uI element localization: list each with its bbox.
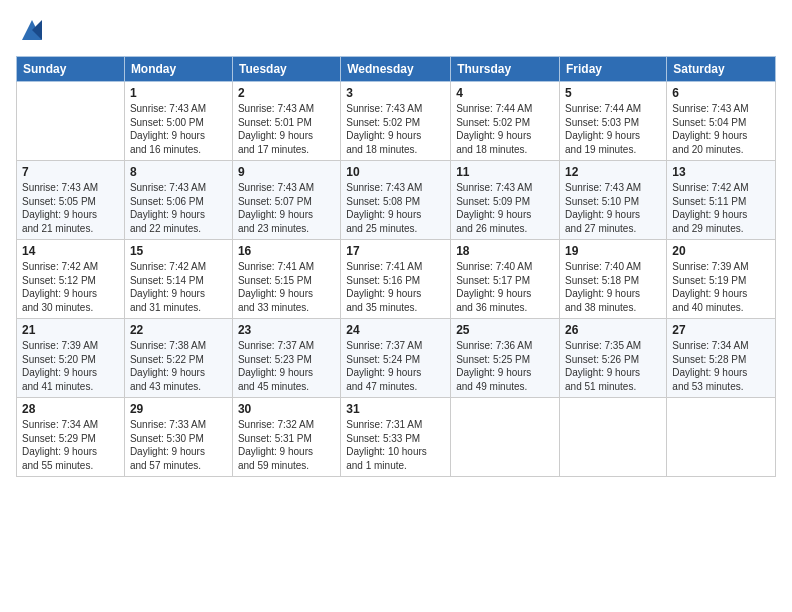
calendar-day-cell: 19Sunrise: 7:40 AM Sunset: 5:18 PM Dayli… [560,240,667,319]
calendar-day-cell [451,398,560,477]
calendar-day-cell: 1Sunrise: 7:43 AM Sunset: 5:00 PM Daylig… [124,82,232,161]
logo [16,16,46,44]
calendar-day-cell: 16Sunrise: 7:41 AM Sunset: 5:15 PM Dayli… [232,240,340,319]
day-number: 13 [672,165,770,179]
day-number: 14 [22,244,119,258]
calendar-day-cell: 18Sunrise: 7:40 AM Sunset: 5:17 PM Dayli… [451,240,560,319]
day-number: 20 [672,244,770,258]
calendar-day-cell: 22Sunrise: 7:38 AM Sunset: 5:22 PM Dayli… [124,319,232,398]
day-number: 6 [672,86,770,100]
day-number: 17 [346,244,445,258]
day-number: 4 [456,86,554,100]
day-info: Sunrise: 7:41 AM Sunset: 5:15 PM Dayligh… [238,260,335,314]
calendar-day-cell: 7Sunrise: 7:43 AM Sunset: 5:05 PM Daylig… [17,161,125,240]
day-info: Sunrise: 7:43 AM Sunset: 5:04 PM Dayligh… [672,102,770,156]
calendar-day-cell: 13Sunrise: 7:42 AM Sunset: 5:11 PM Dayli… [667,161,776,240]
calendar-day-cell: 2Sunrise: 7:43 AM Sunset: 5:01 PM Daylig… [232,82,340,161]
day-number: 31 [346,402,445,416]
day-number: 22 [130,323,227,337]
calendar-week-row: 1Sunrise: 7:43 AM Sunset: 5:00 PM Daylig… [17,82,776,161]
day-number: 2 [238,86,335,100]
col-friday: Friday [560,57,667,82]
day-number: 21 [22,323,119,337]
calendar-day-cell: 12Sunrise: 7:43 AM Sunset: 5:10 PM Dayli… [560,161,667,240]
day-info: Sunrise: 7:43 AM Sunset: 5:05 PM Dayligh… [22,181,119,235]
calendar-day-cell: 8Sunrise: 7:43 AM Sunset: 5:06 PM Daylig… [124,161,232,240]
day-info: Sunrise: 7:43 AM Sunset: 5:09 PM Dayligh… [456,181,554,235]
page-container: Sunday Monday Tuesday Wednesday Thursday… [0,0,792,485]
calendar-day-cell: 6Sunrise: 7:43 AM Sunset: 5:04 PM Daylig… [667,82,776,161]
calendar-day-cell: 29Sunrise: 7:33 AM Sunset: 5:30 PM Dayli… [124,398,232,477]
day-number: 9 [238,165,335,179]
day-info: Sunrise: 7:39 AM Sunset: 5:20 PM Dayligh… [22,339,119,393]
day-number: 7 [22,165,119,179]
day-info: Sunrise: 7:42 AM Sunset: 5:12 PM Dayligh… [22,260,119,314]
day-number: 5 [565,86,661,100]
calendar-day-cell: 27Sunrise: 7:34 AM Sunset: 5:28 PM Dayli… [667,319,776,398]
calendar-day-cell: 23Sunrise: 7:37 AM Sunset: 5:23 PM Dayli… [232,319,340,398]
calendar-day-cell: 11Sunrise: 7:43 AM Sunset: 5:09 PM Dayli… [451,161,560,240]
logo-text [16,16,46,44]
day-info: Sunrise: 7:41 AM Sunset: 5:16 PM Dayligh… [346,260,445,314]
calendar-day-cell: 20Sunrise: 7:39 AM Sunset: 5:19 PM Dayli… [667,240,776,319]
day-number: 23 [238,323,335,337]
col-thursday: Thursday [451,57,560,82]
day-number: 3 [346,86,445,100]
day-number: 10 [346,165,445,179]
day-number: 26 [565,323,661,337]
day-number: 19 [565,244,661,258]
day-info: Sunrise: 7:34 AM Sunset: 5:29 PM Dayligh… [22,418,119,472]
day-info: Sunrise: 7:37 AM Sunset: 5:23 PM Dayligh… [238,339,335,393]
calendar-day-cell: 5Sunrise: 7:44 AM Sunset: 5:03 PM Daylig… [560,82,667,161]
calendar-day-cell: 14Sunrise: 7:42 AM Sunset: 5:12 PM Dayli… [17,240,125,319]
day-info: Sunrise: 7:43 AM Sunset: 5:06 PM Dayligh… [130,181,227,235]
day-info: Sunrise: 7:43 AM Sunset: 5:02 PM Dayligh… [346,102,445,156]
calendar-day-cell: 24Sunrise: 7:37 AM Sunset: 5:24 PM Dayli… [341,319,451,398]
day-number: 29 [130,402,227,416]
day-info: Sunrise: 7:43 AM Sunset: 5:01 PM Dayligh… [238,102,335,156]
day-number: 24 [346,323,445,337]
day-info: Sunrise: 7:43 AM Sunset: 5:08 PM Dayligh… [346,181,445,235]
day-number: 15 [130,244,227,258]
calendar-day-cell [17,82,125,161]
col-sunday: Sunday [17,57,125,82]
col-monday: Monday [124,57,232,82]
day-info: Sunrise: 7:39 AM Sunset: 5:19 PM Dayligh… [672,260,770,314]
calendar-day-cell: 10Sunrise: 7:43 AM Sunset: 5:08 PM Dayli… [341,161,451,240]
day-info: Sunrise: 7:37 AM Sunset: 5:24 PM Dayligh… [346,339,445,393]
day-info: Sunrise: 7:36 AM Sunset: 5:25 PM Dayligh… [456,339,554,393]
day-info: Sunrise: 7:33 AM Sunset: 5:30 PM Dayligh… [130,418,227,472]
day-info: Sunrise: 7:34 AM Sunset: 5:28 PM Dayligh… [672,339,770,393]
day-info: Sunrise: 7:42 AM Sunset: 5:11 PM Dayligh… [672,181,770,235]
day-number: 1 [130,86,227,100]
day-info: Sunrise: 7:44 AM Sunset: 5:03 PM Dayligh… [565,102,661,156]
day-info: Sunrise: 7:44 AM Sunset: 5:02 PM Dayligh… [456,102,554,156]
day-number: 25 [456,323,554,337]
calendar-week-row: 7Sunrise: 7:43 AM Sunset: 5:05 PM Daylig… [17,161,776,240]
day-info: Sunrise: 7:43 AM Sunset: 5:10 PM Dayligh… [565,181,661,235]
day-number: 18 [456,244,554,258]
day-number: 12 [565,165,661,179]
day-number: 28 [22,402,119,416]
calendar-day-cell: 30Sunrise: 7:32 AM Sunset: 5:31 PM Dayli… [232,398,340,477]
day-number: 16 [238,244,335,258]
header [16,16,776,44]
day-info: Sunrise: 7:43 AM Sunset: 5:00 PM Dayligh… [130,102,227,156]
day-info: Sunrise: 7:40 AM Sunset: 5:17 PM Dayligh… [456,260,554,314]
calendar-week-row: 28Sunrise: 7:34 AM Sunset: 5:29 PM Dayli… [17,398,776,477]
col-wednesday: Wednesday [341,57,451,82]
day-info: Sunrise: 7:31 AM Sunset: 5:33 PM Dayligh… [346,418,445,472]
day-info: Sunrise: 7:32 AM Sunset: 5:31 PM Dayligh… [238,418,335,472]
calendar-week-row: 21Sunrise: 7:39 AM Sunset: 5:20 PM Dayli… [17,319,776,398]
calendar-day-cell: 28Sunrise: 7:34 AM Sunset: 5:29 PM Dayli… [17,398,125,477]
calendar-day-cell: 25Sunrise: 7:36 AM Sunset: 5:25 PM Dayli… [451,319,560,398]
calendar-header-row: Sunday Monday Tuesday Wednesday Thursday… [17,57,776,82]
calendar-day-cell: 9Sunrise: 7:43 AM Sunset: 5:07 PM Daylig… [232,161,340,240]
calendar-week-row: 14Sunrise: 7:42 AM Sunset: 5:12 PM Dayli… [17,240,776,319]
calendar-day-cell: 26Sunrise: 7:35 AM Sunset: 5:26 PM Dayli… [560,319,667,398]
calendar-table: Sunday Monday Tuesday Wednesday Thursday… [16,56,776,477]
calendar-day-cell: 4Sunrise: 7:44 AM Sunset: 5:02 PM Daylig… [451,82,560,161]
day-info: Sunrise: 7:40 AM Sunset: 5:18 PM Dayligh… [565,260,661,314]
day-number: 11 [456,165,554,179]
calendar-day-cell: 21Sunrise: 7:39 AM Sunset: 5:20 PM Dayli… [17,319,125,398]
